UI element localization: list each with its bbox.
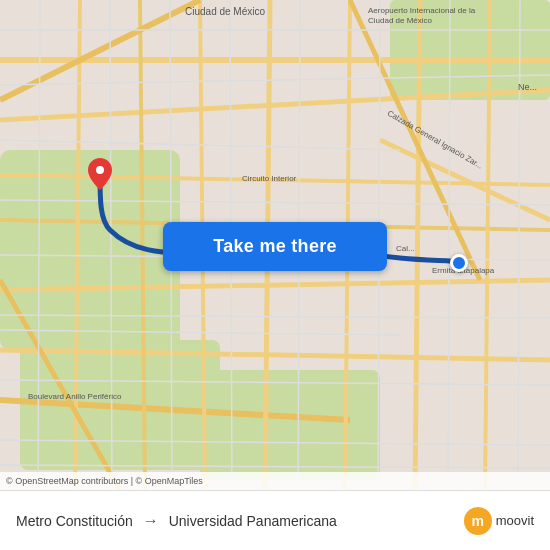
svg-line-4	[0, 280, 550, 290]
svg-line-26	[0, 440, 550, 445]
origin-marker	[88, 158, 112, 190]
svg-line-5	[0, 350, 550, 360]
svg-line-16	[380, 140, 550, 220]
svg-line-1	[0, 90, 550, 120]
svg-line-13	[485, 0, 490, 490]
svg-line-6	[0, 400, 350, 420]
svg-line-24	[0, 330, 400, 335]
moovit-wordmark: moovit	[496, 513, 534, 528]
destination-marker	[450, 254, 468, 272]
svg-line-15	[0, 280, 120, 490]
svg-line-29	[110, 0, 112, 490]
svg-line-25	[0, 380, 550, 385]
svg-line-8	[140, 0, 145, 490]
svg-line-12	[415, 0, 420, 490]
svg-point-36	[96, 166, 104, 174]
svg-line-28	[38, 0, 40, 490]
svg-line-27	[0, 465, 550, 468]
svg-line-19	[0, 75, 550, 85]
svg-line-34	[448, 0, 450, 490]
moovit-logo: m moovit	[464, 507, 534, 535]
moovit-icon: m	[464, 507, 492, 535]
origin-label: Metro Constitución	[16, 513, 133, 529]
svg-line-21	[0, 200, 550, 205]
bottom-bar: Metro Constitución → Universidad Panamer…	[0, 490, 550, 550]
arrow-icon: →	[143, 512, 159, 530]
svg-line-35	[518, 0, 520, 490]
map-container: Ciudad de México Aeropuerto Internaciona…	[0, 0, 550, 490]
take-me-there-button[interactable]: Take me there	[163, 222, 387, 271]
map-attribution: © OpenStreetMap contributors | © OpenMap…	[0, 472, 550, 490]
destination-label: Universidad Panamericana	[169, 513, 337, 529]
svg-line-23	[0, 315, 550, 318]
